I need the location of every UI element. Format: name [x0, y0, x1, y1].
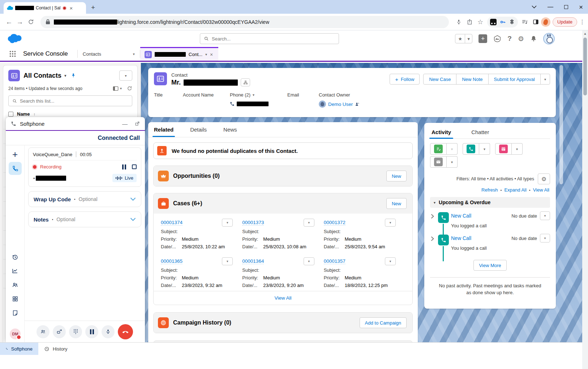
new-tab-button[interactable]: + — [91, 4, 95, 11]
list-search[interactable] — [8, 95, 132, 106]
chevron-down-icon[interactable] — [130, 218, 136, 221]
case-actions-dropdown[interactable]: ▾ — [222, 257, 233, 265]
timeline-item-title-link[interactable]: New Call — [451, 235, 471, 241]
activity-settings-gear-button[interactable]: ⚙ — [538, 173, 550, 184]
expand-item-chevron-icon[interactable] — [431, 214, 434, 219]
list-view-selector-caret-icon[interactable]: ▾ — [64, 73, 66, 78]
tab-search-chevron-icon[interactable] — [532, 5, 537, 9]
browser-menu-icon[interactable]: ⋮ — [579, 18, 584, 25]
favorites-caret-icon[interactable]: ▾ — [465, 34, 472, 43]
browser-tab[interactable]: Contact | Sal × — [4, 2, 86, 14]
tab-close-icon[interactable]: × — [69, 5, 73, 11]
browser-profile-avatar[interactable] — [541, 17, 550, 27]
setup-gear-icon[interactable]: ⚙ — [518, 35, 524, 43]
chevron-down-icon[interactable] — [130, 197, 136, 201]
nav-tab-contacts[interactable]: Contacts ▾ — [78, 47, 140, 61]
case-number-link[interactable]: 00001357 — [324, 258, 345, 264]
global-search[interactable] — [200, 33, 339, 44]
expand-all-link[interactable]: Expand All — [504, 187, 526, 193]
call-history-icon[interactable] — [6, 254, 24, 261]
case-actions-dropdown[interactable]: ▾ — [304, 257, 314, 265]
end-call-button[interactable] — [118, 324, 133, 339]
wrap-up-code-section[interactable]: Wrap Up Code • Optional — [28, 191, 141, 207]
scrollbar-thumb[interactable] — [583, 38, 587, 95]
bookmark-star-icon[interactable]: ☆ — [475, 17, 486, 27]
utility-softphone-tab[interactable]: Softphone — [0, 343, 38, 355]
share-icon[interactable] — [464, 17, 475, 27]
case-actions-dropdown[interactable]: ▾ — [385, 257, 396, 265]
utility-history-tab[interactable]: History — [38, 343, 73, 355]
puzzle-extensions-icon[interactable] — [509, 19, 515, 25]
display-as-caret-icon[interactable]: ▾ — [120, 86, 122, 90]
case-actions-dropdown[interactable]: ▾ — [304, 219, 314, 227]
section-collapse-caret-icon[interactable]: ▾ — [434, 201, 435, 205]
case-number-link[interactable]: 00001372 — [324, 220, 345, 226]
case-number-link[interactable]: 00001365 — [161, 258, 183, 264]
tab-related[interactable]: Related — [154, 122, 173, 137]
list-search-input[interactable] — [20, 98, 128, 104]
scrollbar-up-arrow-icon[interactable]: ▲ — [582, 30, 588, 37]
record-tab-caret-icon[interactable]: ▾ — [205, 52, 207, 56]
app-launcher-icon[interactable] — [9, 50, 17, 58]
reading-list-icon[interactable] — [519, 17, 530, 27]
more-actions-caret-button[interactable]: ▾ — [540, 74, 550, 84]
refresh-list-icon[interactable] — [127, 86, 132, 91]
agent-avatar[interactable]: DM — [10, 329, 21, 339]
notes-section[interactable]: Notes • Optional — [28, 211, 141, 227]
view-all-link[interactable]: View All — [533, 187, 549, 193]
new-case-button[interactable]: New Case — [424, 74, 456, 84]
trailhead-guidance-icon[interactable] — [493, 35, 501, 43]
global-search-input[interactable] — [212, 36, 335, 42]
stats-chart-icon[interactable] — [6, 267, 24, 274]
email-caret-button[interactable]: ▾ — [447, 156, 458, 168]
timeline-item-title-link[interactable]: New Call — [451, 213, 471, 219]
apps-grid-icon[interactable] — [6, 296, 24, 302]
notes-doc-icon[interactable] — [6, 310, 24, 316]
list-name-column-header[interactable]: Name ↑ — [8, 111, 132, 117]
address-bar[interactable]: lightning.force.com/lightning/r/Contact/… — [40, 16, 449, 28]
tab-details[interactable]: Details — [190, 122, 207, 137]
window-close-button[interactable]: × — [579, 4, 583, 10]
reload-button[interactable] — [25, 17, 36, 27]
case-actions-dropdown[interactable]: ▾ — [222, 219, 233, 227]
tab-chatter[interactable]: Chatter — [471, 126, 489, 138]
select-all-checkbox[interactable] — [8, 112, 13, 117]
submit-for-approval-button[interactable]: Submit for Approval — [488, 74, 540, 84]
case-number-link[interactable]: 00001374 — [161, 220, 183, 226]
live-badge[interactable]: Live — [112, 174, 137, 182]
side-panel-icon[interactable] — [530, 17, 541, 27]
mute-mic-button[interactable] — [102, 325, 115, 338]
field-phone-value[interactable] — [230, 100, 287, 107]
case-actions-dropdown[interactable]: ▾ — [385, 219, 396, 227]
add-to-campaign-button[interactable]: Add to Campaign — [360, 317, 407, 328]
new-note-button[interactable]: New Note — [456, 74, 488, 84]
new-event-caret-button[interactable]: ▾ — [512, 143, 523, 155]
expand-item-chevron-icon[interactable] — [431, 236, 434, 241]
new-event-button[interactable] — [495, 143, 512, 155]
timeline-item-actions-dropdown[interactable]: ▾ — [540, 234, 550, 243]
user-profile-avatar[interactable] — [543, 33, 555, 44]
forward-button[interactable]: → — [14, 18, 25, 26]
window-maximize-button[interactable] — [564, 5, 568, 9]
nav-tab-contacts-caret-icon[interactable]: ▾ — [133, 52, 135, 56]
follow-button[interactable]: + Follow — [390, 74, 420, 85]
new-task-button[interactable] — [430, 143, 447, 155]
browser-update-button[interactable]: Update — [553, 17, 577, 27]
list-actions-dropdown-button[interactable]: ▾ — [119, 70, 132, 81]
new-case-related-button[interactable]: New — [386, 198, 407, 209]
minimize-softphone-icon[interactable]: — — [121, 121, 129, 127]
display-as-icon[interactable] — [113, 86, 119, 91]
dialpad-button[interactable] — [69, 325, 82, 338]
workspace-scrollbar-thumb[interactable] — [559, 65, 563, 184]
tab-news[interactable]: News — [223, 122, 237, 137]
global-actions-plus-icon[interactable]: + — [478, 34, 487, 43]
view-hierarchy-button[interactable] — [241, 78, 250, 86]
upcoming-overdue-section-header[interactable]: ▾ Upcoming & Overdue — [430, 197, 550, 208]
stop-recording-icon[interactable] — [132, 164, 137, 169]
tab-activity[interactable]: Activity — [432, 126, 451, 138]
record-tab-close-icon[interactable]: × — [210, 52, 213, 57]
favorites-star-icon[interactable]: ★ — [455, 34, 465, 43]
extension-app-icon[interactable] — [490, 19, 497, 25]
timeline-item-actions-dropdown[interactable]: ▾ — [540, 211, 550, 220]
cases-view-all-link[interactable]: View All — [274, 295, 291, 301]
